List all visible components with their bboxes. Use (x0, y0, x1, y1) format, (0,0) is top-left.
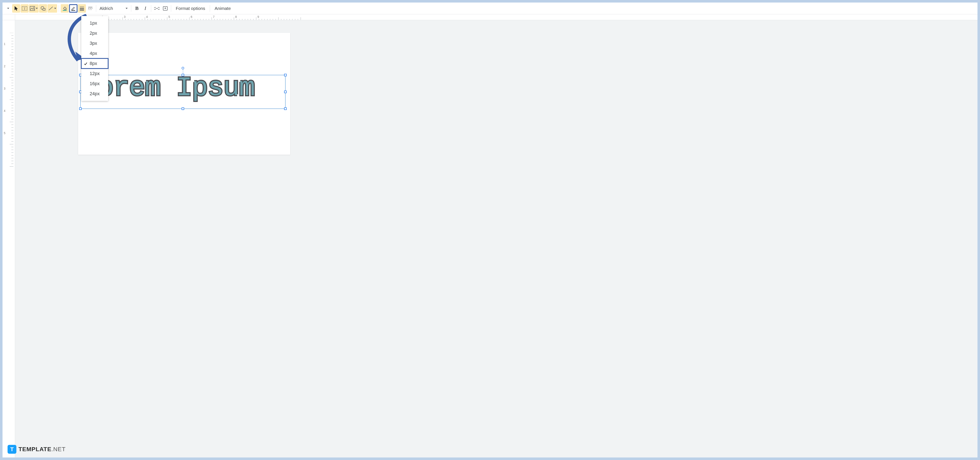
insert-comment-button[interactable] (161, 4, 169, 13)
ruler-number: 2 (4, 64, 5, 68)
image-tool-button[interactable] (29, 4, 39, 13)
border-weight-button[interactable] (78, 4, 86, 13)
border-weight-option[interactable]: 3px (81, 38, 108, 48)
border-weight-option[interactable]: 16px (81, 78, 108, 89)
svg-rect-9 (80, 7, 84, 7)
svg-rect-10 (80, 8, 84, 9)
select-tool-button[interactable] (12, 4, 20, 13)
cursor-icon (14, 6, 18, 11)
textbox-tool-button[interactable]: T (21, 4, 29, 13)
border-weight-option[interactable]: 2px (81, 28, 108, 38)
svg-rect-5 (43, 8, 45, 10)
resize-handle-bl[interactable] (79, 107, 82, 110)
canvas-area[interactable]: Lorem Ipsum Lorem Ipsum (15, 20, 977, 457)
ruler-number: 3 (124, 15, 126, 19)
border-weight-option[interactable]: 12px (81, 69, 108, 78)
border-weight-option[interactable]: 1px (81, 18, 108, 28)
chevron-down-icon (36, 8, 38, 9)
svg-point-3 (33, 7, 34, 8)
animate-label: Animate (215, 6, 231, 11)
svg-line-6 (49, 7, 53, 10)
paint-bucket-icon (62, 6, 67, 11)
border-weight-option[interactable]: 4px (81, 48, 108, 58)
border-weight-option-selected[interactable]: 8px (81, 58, 108, 69)
rotation-handle[interactable] (181, 67, 184, 69)
ruler-number: 3 (4, 87, 5, 90)
border-dash-button[interactable] (86, 4, 94, 13)
border-weight-icon (80, 6, 84, 11)
comment-icon (163, 6, 168, 11)
bold-button[interactable]: B (133, 4, 141, 13)
ruler-number: 8 (235, 15, 237, 19)
format-options-label: Format options (176, 6, 205, 11)
watermark-logo: T TEMPLATE.NET (8, 445, 66, 454)
vertical-ruler[interactable]: 12345 (3, 20, 15, 457)
border-color-button[interactable] (69, 4, 78, 13)
textbox-icon: T (22, 6, 27, 11)
font-select[interactable]: Aldrich (98, 4, 129, 13)
resize-handle-tm[interactable] (181, 74, 184, 76)
font-name-label: Aldrich (100, 6, 125, 11)
fill-color-button[interactable] (61, 4, 68, 13)
border-weight-dropdown: 1px 2px 3px 4px 8px 12px 16px 24px (81, 16, 108, 101)
chevron-down-icon (126, 8, 128, 9)
separator (210, 5, 210, 12)
animate-button[interactable]: Animate (212, 4, 234, 13)
resize-handle-tr[interactable] (284, 74, 286, 76)
watermark-icon: T (8, 445, 16, 454)
toolbar: T (3, 3, 977, 14)
ruler-number: 5 (169, 15, 170, 19)
toolbar-overflow-dropdown[interactable] (4, 4, 12, 13)
selection-box[interactable] (80, 75, 286, 109)
italic-button[interactable]: I (141, 4, 149, 13)
insert-link-button[interactable] (153, 4, 161, 13)
separator (96, 5, 96, 12)
app-frame: T (3, 3, 977, 457)
shape-tool-button[interactable] (39, 4, 47, 13)
border-weight-option[interactable]: 24px (81, 89, 108, 99)
ruler-number: 1 (4, 42, 5, 46)
svg-rect-2 (30, 6, 35, 11)
horizontal-ruler[interactable]: 23456789 (15, 14, 977, 20)
border-dash-icon (88, 6, 93, 10)
pencil-icon (71, 6, 76, 11)
chevron-down-icon (54, 8, 56, 9)
check-icon (84, 61, 88, 67)
ruler-number: 4 (146, 15, 148, 19)
separator (171, 5, 171, 12)
slide[interactable]: Lorem Ipsum Lorem Ipsum (78, 33, 290, 155)
svg-rect-8 (72, 10, 75, 11)
ruler-number: 9 (258, 15, 259, 19)
svg-text:T: T (24, 7, 25, 10)
ruler-corner (3, 14, 15, 20)
link-icon (154, 7, 159, 10)
ruler-number: 4 (4, 109, 5, 112)
resize-handle-mr[interactable] (284, 91, 286, 93)
line-icon (48, 6, 53, 11)
shape-icon (41, 6, 46, 11)
ruler-number: 6 (191, 15, 192, 19)
resize-handle-bm[interactable] (181, 107, 184, 110)
ruler-number: 5 (4, 131, 5, 135)
format-options-button[interactable]: Format options (173, 4, 208, 13)
image-icon (30, 6, 35, 11)
separator (131, 5, 131, 12)
ruler-number: 7 (213, 15, 215, 19)
resize-handle-br[interactable] (284, 107, 286, 110)
svg-rect-11 (80, 10, 84, 11)
line-tool-button[interactable] (48, 4, 57, 13)
watermark-text: TEMPLATE.NET (19, 446, 66, 453)
svg-rect-7 (63, 10, 67, 11)
